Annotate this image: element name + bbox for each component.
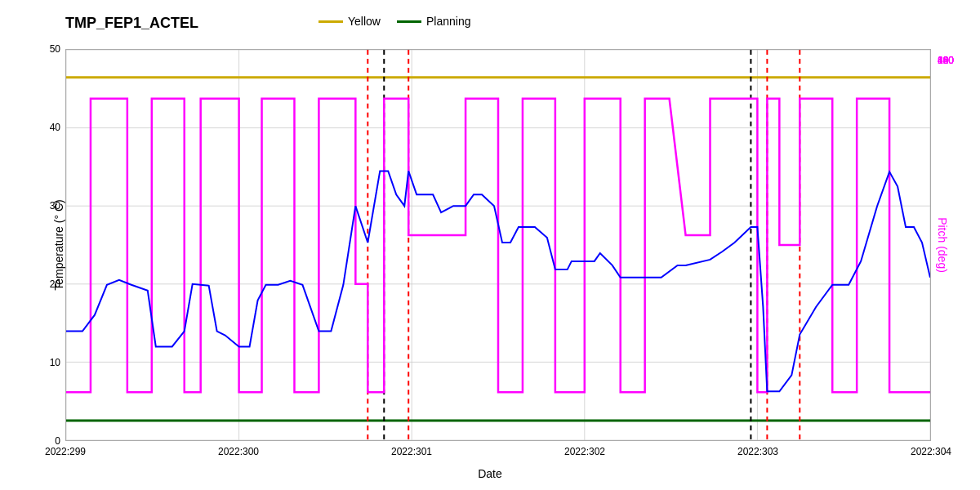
plot-area [65, 49, 931, 441]
x-axis-label: Date [478, 467, 502, 480]
legend-yellow: Yellow [318, 15, 381, 28]
chart-container: TMP_FEP1_ACTEL Yellow Planning Temperatu… [0, 0, 980, 490]
legend-planning: Planning [397, 15, 471, 28]
y-left-axis: 50 40 30 20 10 0 [24, 49, 64, 441]
chart-title: TMP_FEP1_ACTEL [65, 15, 198, 32]
x-axis-ticks: 2022:299 2022:300 2022:301 2022:302 2022… [65, 446, 931, 462]
plot-svg [66, 50, 930, 440]
planning-line-icon [397, 20, 421, 23]
legend-yellow-label: Yellow [348, 15, 381, 28]
legend: Yellow Planning [318, 15, 470, 28]
y-right-axis: 180 160 140 120 100 80 60 40 [934, 49, 980, 441]
yellow-line-icon [318, 20, 343, 23]
legend-planning-label: Planning [426, 15, 471, 28]
